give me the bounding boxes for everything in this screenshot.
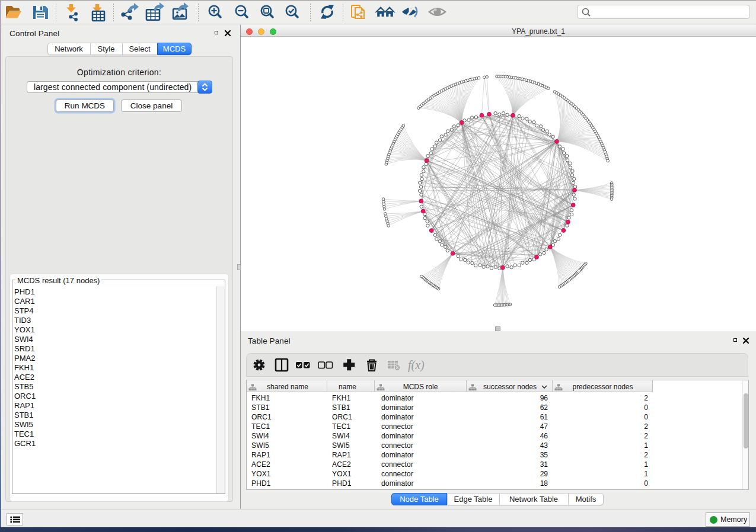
svg-text:f(x): f(x) [408, 358, 425, 372]
